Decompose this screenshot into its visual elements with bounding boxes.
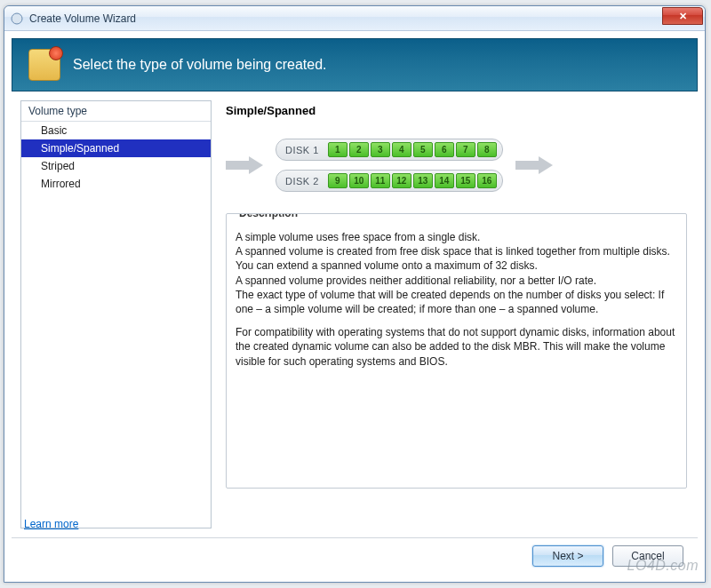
disks-group: DISK 1 1 2 3 4 5 6 7 8 DISK: [276, 139, 503, 192]
disk-block: 16: [477, 173, 497, 188]
volume-type-simple-spanned[interactable]: Simple/Spanned: [21, 139, 211, 157]
close-button[interactable]: ✕: [662, 7, 703, 25]
description-paragraph-1: A simple volume uses free space from a s…: [236, 230, 677, 316]
arrow-left-icon: [226, 156, 263, 174]
disk-block: 10: [349, 173, 369, 188]
main-panel: Simple/Spanned DISK 1 1 2 3 4 5 6 7: [212, 95, 698, 534]
description-paragraph-2: For compatibility with operating systems…: [236, 325, 677, 369]
disk-block: 9: [328, 173, 348, 188]
description-legend: Description: [236, 213, 301, 219]
disk-block: 14: [435, 173, 454, 188]
disk-2: DISK 2 9 10 11 12 13 14 15 16: [276, 170, 503, 192]
disk-block: 7: [456, 142, 475, 157]
wizard-icon: [28, 49, 60, 81]
volume-type-striped[interactable]: Striped: [21, 157, 211, 175]
disk-diagram: DISK 1 1 2 3 4 5 6 7 8 DISK: [226, 130, 687, 201]
disk-block: 2: [349, 142, 369, 157]
banner: Select the type of volume being created.: [12, 38, 698, 91]
volume-type-list: Basic Simple/Spanned Striped Mirrored: [21, 122, 211, 193]
main-title: Simple/Spanned: [226, 104, 687, 117]
arrow-right-icon: [515, 156, 553, 174]
svg-point-0: [12, 13, 22, 24]
close-icon: ✕: [679, 11, 687, 22]
wizard-window: Create Volume Wizard ✕ Select the type o…: [4, 5, 706, 583]
disk-1-blocks: 1 2 3 4 5 6 7 8: [328, 142, 497, 157]
content-area: Volume type Basic Simple/Spanned Striped…: [12, 95, 698, 534]
disk-block: 4: [392, 142, 411, 157]
volume-type-mirrored[interactable]: Mirrored: [21, 175, 211, 193]
titlebar: Create Volume Wizard ✕: [4, 6, 705, 31]
banner-heading: Select the type of volume being created.: [73, 57, 327, 73]
disk-block: 8: [477, 142, 497, 157]
disk-block: 12: [392, 173, 411, 188]
window-title: Create Volume Wizard: [29, 12, 136, 25]
disk-2-blocks: 9 10 11 12 13 14 15 16: [328, 173, 497, 188]
cancel-button[interactable]: Cancel: [612, 545, 683, 567]
disk-1-label: DISK 1: [285, 145, 319, 155]
disk-1: DISK 1 1 2 3 4 5 6 7 8: [276, 139, 503, 161]
disk-block: 11: [371, 173, 390, 188]
next-button[interactable]: Next >: [532, 545, 603, 567]
disk-2-label: DISK 2: [285, 176, 319, 187]
disk-block: 15: [456, 173, 475, 188]
app-icon: [10, 12, 24, 26]
volume-type-basic[interactable]: Basic: [21, 122, 211, 139]
learn-more-link[interactable]: Learn more: [24, 518, 78, 530]
disk-block: 5: [413, 142, 433, 157]
disk-block: 1: [328, 142, 348, 157]
disk-block: 13: [413, 173, 433, 188]
volume-type-sidebar: Volume type Basic Simple/Spanned Striped…: [20, 100, 212, 528]
sidebar-header: Volume type: [21, 101, 211, 122]
disk-block: 6: [435, 142, 454, 157]
disk-block: 3: [371, 142, 390, 157]
footer: Next > Cancel: [12, 537, 698, 573]
description-box: Description A simple volume uses free sp…: [226, 213, 687, 489]
